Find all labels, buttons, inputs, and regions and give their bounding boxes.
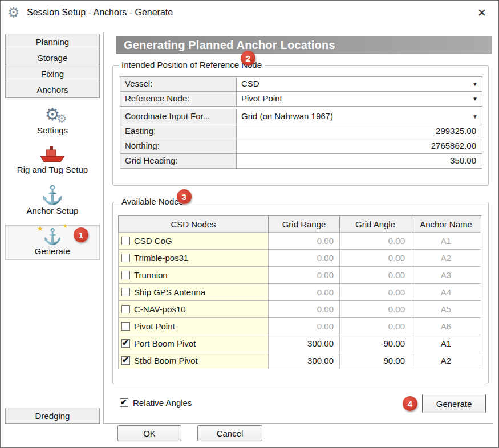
page-title: Generating Planned Anchor Locations xyxy=(116,36,492,54)
column-header-grid-angle: Grid Angle xyxy=(339,215,411,233)
table-row: ✔ Stbd Boom Pivot 300.00 90.00 A2 xyxy=(119,352,484,369)
dropdown-value: Pivot Point xyxy=(241,93,282,103)
column-header-grid-range: Grid Range xyxy=(268,215,340,233)
anchor-name-value[interactable]: A2 xyxy=(411,352,481,369)
node-name: Trimble-pos31 xyxy=(134,253,188,263)
column-header-anchor-name: Anchor Name xyxy=(411,215,481,233)
row-checkbox[interactable] xyxy=(121,237,130,245)
node-name: Pivot Point xyxy=(134,321,175,331)
anchor-name-value[interactable]: A1 xyxy=(411,335,481,352)
row-checkbox[interactable]: ✔ xyxy=(121,356,130,365)
sidebar-item-dredging[interactable]: Dredging xyxy=(5,408,100,424)
column-header-csd-nodes: CSD Nodes xyxy=(118,215,269,233)
table-row: CSD CoG 0.00 0.00 A1 xyxy=(119,232,484,250)
node-name: Ship GPS Antenna xyxy=(134,287,205,297)
form-row-easting: Easting: 299325.00 xyxy=(120,124,482,139)
anchor-icon: ⚓ xyxy=(41,185,64,205)
sidebar-item-label: Settings xyxy=(5,125,100,135)
vessel-dropdown[interactable]: CSD ▼ xyxy=(237,76,482,92)
node-name-cell: ✔ Port Boom Pivot xyxy=(118,335,269,352)
grid-range-value[interactable]: 0.00 xyxy=(268,232,340,250)
table-row: ✔ Port Boom Pivot 300.00 -90.00 A1 xyxy=(119,335,484,352)
anchor-name-value[interactable]: A3 xyxy=(411,266,481,284)
grid-angle-value[interactable]: 0.00 xyxy=(339,283,411,301)
grid-range-value[interactable]: 0.00 xyxy=(268,249,340,267)
table-row: Ship GPS Antenna 0.00 0.00 A4 xyxy=(119,283,484,301)
anchor-name-value[interactable]: A4 xyxy=(411,283,481,301)
groupbox-title: Available Nodes xyxy=(119,197,186,206)
row-checkbox[interactable] xyxy=(121,288,130,296)
chevron-down-icon[interactable]: ▼ xyxy=(472,96,478,102)
grid-angle-value[interactable]: 0.00 xyxy=(339,300,411,318)
grid-range-value[interactable]: 0.00 xyxy=(268,283,340,301)
field-label: Grid Heading: xyxy=(120,153,237,169)
close-icon[interactable]: ✕ xyxy=(474,6,489,19)
row-checkbox[interactable] xyxy=(121,305,130,313)
form-row-grid-heading: Grid Heading: 350.00 xyxy=(120,153,482,169)
row-checkbox[interactable] xyxy=(121,271,130,279)
checkbox[interactable]: ✔ xyxy=(120,398,128,407)
step-badge-2: 2 xyxy=(241,51,255,66)
grid-angle-value[interactable]: 0.00 xyxy=(339,266,411,284)
node-name-cell: Ship GPS Antenna xyxy=(118,283,269,301)
sidebar-item-label: Anchor Setup xyxy=(5,206,100,215)
sidebar-item-anchors[interactable]: Anchors xyxy=(5,82,100,98)
form-row-vessel: Vessel: CSD ▼ xyxy=(120,76,482,92)
grid-range-value[interactable]: 0.00 xyxy=(268,266,340,284)
node-name: Stbd Boom Pivot xyxy=(134,356,198,365)
grid-range-value[interactable]: 0.00 xyxy=(268,317,340,335)
grid-heading-field[interactable]: 350.00 xyxy=(237,153,482,169)
sidebar-item-rig-and-tug-setup[interactable]: Rig and Tug Setup xyxy=(5,144,100,174)
anchor-name-value[interactable]: A2 xyxy=(411,249,481,267)
node-name-cell: CSD CoG xyxy=(118,232,269,250)
sidebar-item-fixing[interactable]: Fixing xyxy=(5,66,100,82)
row-checkbox[interactable] xyxy=(121,254,130,262)
grid-angle-value[interactable]: 0.00 xyxy=(339,249,411,267)
table-row: C-NAV-pos10 0.00 0.00 A5 xyxy=(119,300,484,318)
cancel-button[interactable]: Cancel xyxy=(197,425,262,441)
table-header-row: CSD Nodes Grid Range Grid Angle Anchor N… xyxy=(119,215,484,233)
row-checkbox[interactable]: ✔ xyxy=(121,339,130,348)
grid-angle-value[interactable]: 0.00 xyxy=(339,232,411,250)
nodes-table: CSD Nodes Grid Range Grid Angle Anchor N… xyxy=(119,215,484,369)
anchor-name-value[interactable]: A1 xyxy=(411,232,481,250)
generate-button[interactable]: Generate xyxy=(422,394,486,413)
anchor-name-value[interactable]: A6 xyxy=(411,317,481,335)
node-name: Trunnion xyxy=(134,270,168,280)
table-row: Trunnion 0.00 0.00 A3 xyxy=(119,266,484,284)
grid-angle-value[interactable]: 90.00 xyxy=(339,352,411,369)
checkbox-label: Relative Angles xyxy=(133,398,192,408)
anchor-name-value[interactable]: A5 xyxy=(411,300,481,318)
grid-range-value[interactable]: 300.00 xyxy=(268,352,340,369)
grid-range-value[interactable]: 0.00 xyxy=(268,300,340,318)
grid-angle-value[interactable]: 0.00 xyxy=(339,317,411,335)
step-badge-3: 3 xyxy=(177,189,192,204)
field-label: Northing: xyxy=(120,139,237,154)
node-name-cell: Trimble-pos31 xyxy=(118,249,269,267)
coordinate-format-dropdown[interactable]: Grid (on Nahrwan 1967) ▼ xyxy=(237,109,482,124)
ok-button[interactable]: OK xyxy=(117,425,181,441)
chevron-down-icon[interactable]: ▼ xyxy=(472,81,478,87)
sidebar-item-anchor-setup[interactable]: ⚓ Anchor Setup xyxy=(5,185,100,215)
row-checkbox[interactable] xyxy=(121,322,130,331)
easting-field[interactable]: 299325.00 xyxy=(237,124,482,139)
checkmark-icon: ✔ xyxy=(122,338,129,347)
node-name-cell: ✔ Stbd Boom Pivot xyxy=(118,352,269,369)
checkmark-icon: ✔ xyxy=(122,355,129,364)
grid-angle-value[interactable]: -90.00 xyxy=(339,335,411,352)
sidebar-item-planning[interactable]: Planning xyxy=(5,34,100,50)
grid-range-value[interactable]: 300.00 xyxy=(268,335,340,352)
sidebar-item-settings[interactable]: ⚙ ⚙ Settings xyxy=(5,104,100,135)
sidebar-item-storage[interactable]: Storage xyxy=(5,50,100,66)
app-gear-icon: ⚙ xyxy=(7,5,20,20)
northing-field[interactable]: 2765862.00 xyxy=(237,139,482,154)
reference-node-dropdown[interactable]: Pivot Point ▼ xyxy=(237,91,482,107)
dropdown-value: CSD xyxy=(241,79,259,88)
relative-angles-checkbox[interactable]: ✔ Relative Angles xyxy=(120,398,192,408)
node-name: C-NAV-pos10 xyxy=(134,304,186,314)
reference-node-form: Vessel: CSD ▼ Reference Node: Pivot Poin… xyxy=(120,77,482,169)
form-row-northing: Northing: 2765862.00 xyxy=(120,139,482,154)
chevron-down-icon[interactable]: ▼ xyxy=(472,113,478,120)
table-row: Trimble-pos31 0.00 0.00 A2 xyxy=(119,249,484,267)
node-name-cell: C-NAV-pos10 xyxy=(118,300,269,318)
